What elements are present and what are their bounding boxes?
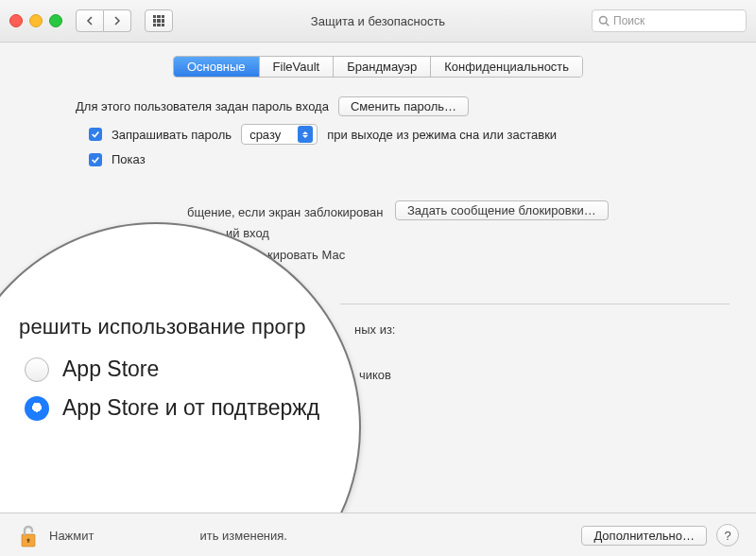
require-password-prefix: Запрашивать пароль <box>112 128 232 142</box>
password-set-label: Для этого пользователя задан пароль вход… <box>76 99 329 113</box>
window-controls <box>9 14 62 27</box>
show-lock-message-checkbox[interactable] <box>89 153 102 166</box>
close-window-button[interactable] <box>9 14 23 27</box>
check-icon <box>91 130 100 139</box>
help-button[interactable]: ? <box>716 524 739 547</box>
require-password-delay-value: сразу <box>249 128 281 142</box>
tabs: Основные FileVault Брандмауэр Конфиденци… <box>0 56 756 78</box>
lock-icon[interactable] <box>17 522 40 548</box>
check-icon <box>91 155 100 165</box>
tab-privacy[interactable]: Конфиденциальность <box>431 57 582 77</box>
back-button[interactable] <box>76 9 104 32</box>
stepper-icon <box>298 126 313 143</box>
lock-hint-prefix: Нажмит <box>49 529 94 543</box>
allow-appstore-radio[interactable] <box>25 357 49 382</box>
titlebar: Защита и безопасность Поиск <box>0 0 756 43</box>
set-lock-message-button[interactable]: Задать сообщение блокировки… <box>395 200 609 220</box>
svg-rect-3 <box>27 540 28 543</box>
allow-identified-label: App Store и от подтвержд <box>62 395 319 421</box>
tab-firewall[interactable]: Брандмауэр <box>334 57 431 77</box>
require-password-checkbox[interactable] <box>89 128 102 141</box>
forward-button[interactable] <box>104 9 131 32</box>
allow-apps-suffix-text: ных из: <box>354 322 395 337</box>
allow-apps-heading: решить использование прогр <box>19 315 350 339</box>
section-divider <box>340 304 730 304</box>
lock-message-suffix-text: бщение, если экран заблокирован <box>187 205 383 219</box>
allow-appstore-label: App Store <box>62 356 159 382</box>
tab-filevault[interactable]: FileVault <box>260 57 335 77</box>
require-password-suffix: при выходе из режима сна или заставки <box>327 128 557 142</box>
show-lock-message-row: Показ <box>89 152 718 166</box>
footer: Нажмит ить изменения. Дополнительно… ? <box>0 513 756 556</box>
block-mac-suffix-text: кировать Мас <box>267 248 345 262</box>
change-password-button[interactable]: Сменить пароль… <box>338 96 469 116</box>
magnifier-content: решить использование прогр App Store App… <box>19 315 350 434</box>
advanced-button[interactable]: Дополнительно… <box>581 526 707 546</box>
developers-suffix-text: чиков <box>359 368 391 382</box>
magnifier-overlay: решить использование прогр App Store App… <box>0 222 361 556</box>
allow-identified-row: App Store и от подтвержд <box>25 395 350 421</box>
svg-line-1 <box>606 23 609 26</box>
search-placeholder: Поиск <box>613 14 644 27</box>
search-input[interactable]: Поиск <box>592 9 747 32</box>
svg-point-0 <box>600 17 608 25</box>
search-icon <box>598 15 610 26</box>
allow-identified-radio[interactable] <box>25 396 49 421</box>
general-pane: Для этого пользователя задан пароль вход… <box>0 78 756 166</box>
grid-icon <box>153 15 164 26</box>
allow-appstore-row: App Store <box>25 356 350 382</box>
lock-hint-suffix: ить изменения. <box>199 529 287 543</box>
show-lock-message-prefix: Показ <box>112 152 146 166</box>
minimize-window-button[interactable] <box>29 14 43 27</box>
tab-general[interactable]: Основные <box>174 57 260 77</box>
zoom-window-button[interactable] <box>49 14 62 27</box>
nav-buttons <box>76 9 131 32</box>
chevron-right-icon <box>113 16 121 26</box>
password-set-row: Для этого пользователя задан пароль вход… <box>76 96 718 116</box>
prefs-window: { "titlebar": { "title": "Защита и безоп… <box>0 0 756 556</box>
chevron-left-icon <box>86 16 94 26</box>
tabstrip: Основные FileVault Брандмауэр Конфиденци… <box>173 56 583 78</box>
require-password-delay-select[interactable]: сразу <box>241 124 318 145</box>
show-all-button[interactable] <box>145 9 173 32</box>
require-password-row: Запрашивать пароль сразу при выходе из р… <box>89 124 718 145</box>
prefs-body: Основные FileVault Брандмауэр Конфиденци… <box>0 43 756 556</box>
